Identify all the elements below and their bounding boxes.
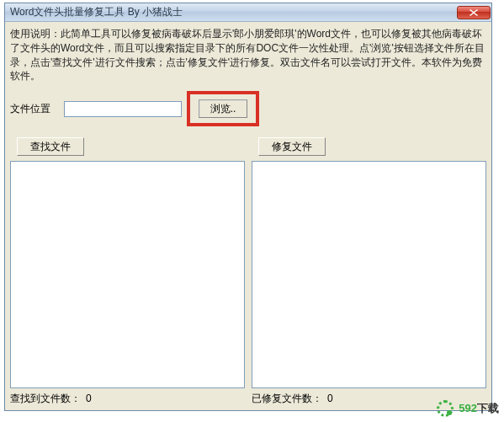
site-watermark: 592下载 [437, 400, 499, 417]
file-location-input[interactable] [64, 101, 182, 117]
file-location-label: 文件位置 [10, 102, 59, 116]
watermark-text-black: 下载 [477, 402, 499, 414]
right-panel: 修复文件 已修复文件数： 0 [252, 137, 486, 405]
watermark-text: 592下载 [459, 401, 499, 416]
titlebar: Word文件头批量修复工具 By 小猪战士 [5, 3, 491, 22]
close-button[interactable] [457, 6, 491, 19]
close-icon [470, 9, 478, 16]
watermark-text-green: 592 [459, 402, 477, 414]
instructions-text: 使用说明：此简单工具可以修复被病毒破坏后显示'郎小朋爱郎琪'的Word文件，也可… [10, 27, 486, 83]
found-status-label: 查找到文件数： [10, 392, 81, 406]
file-location-row: 文件位置 浏览.. [10, 92, 486, 126]
found-files-status: 查找到文件数： 0 [10, 388, 245, 405]
found-count: 0 [86, 393, 92, 404]
browse-highlight-box: 浏览.. [187, 91, 259, 126]
repaired-count: 0 [327, 393, 333, 404]
found-files-listbox[interactable] [10, 161, 245, 388]
search-files-button[interactable]: 查找文件 [17, 137, 84, 156]
app-window: Word文件头批量修复工具 By 小猪战士 使用说明：此简单工具可以修复被病毒破… [4, 3, 492, 411]
left-panel: 查找文件 查找到文件数： 0 [10, 137, 245, 405]
repaired-files-listbox[interactable] [252, 161, 486, 388]
watermark-logo-icon [437, 400, 454, 417]
window-title: Word文件头批量修复工具 By 小猪战士 [10, 5, 183, 19]
repaired-status-label: 已修复文件数： [252, 392, 322, 406]
browse-button[interactable]: 浏览.. [199, 99, 247, 118]
client-area: 使用说明：此简单工具可以修复被病毒破坏后显示'郎小朋爱郎琪'的Word文件，也可… [5, 22, 491, 410]
repair-files-button[interactable]: 修复文件 [258, 137, 326, 156]
panels-row: 查找文件 查找到文件数： 0 修复文件 已修复文件数： 0 [10, 137, 486, 405]
